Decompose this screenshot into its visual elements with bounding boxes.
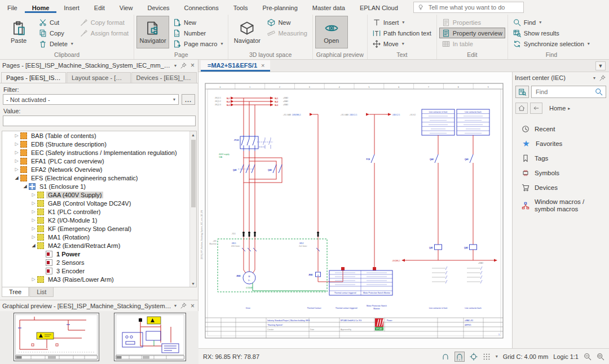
insert-center-find-input[interactable] (535, 88, 595, 96)
tree-item-page-1-power[interactable]: 1 Power (2, 250, 196, 258)
insert-center-button[interactable] (515, 86, 529, 98)
tree-item-s1[interactable]: ◢S1 (Enclosure 1) (2, 182, 196, 190)
tab-pages[interactable]: Pages - [EES]_ISP_Ma... (1, 72, 66, 83)
tab-tools[interactable]: Tools (226, 2, 255, 13)
tree-item-gab[interactable]: ▷GAB (Control Voltage DC24V) (2, 199, 196, 207)
tab-file[interactable]: File (0, 2, 25, 13)
tab-eplan-cloud[interactable]: EPLAN Cloud (352, 2, 405, 13)
close-tab-icon[interactable]: × (261, 62, 264, 69)
panel-menu-chevron-icon[interactable]: ▾ (174, 303, 176, 308)
insert-text-button[interactable]: Insert▾ (370, 17, 434, 28)
tab-master-data[interactable]: Master data (305, 2, 352, 13)
crosshair-icon[interactable] (470, 353, 478, 361)
tree-item-page-3-encoder[interactable]: 3 Encoder (2, 267, 196, 275)
number-button[interactable]: Number (170, 28, 226, 38)
tree-item-ma3[interactable]: ▷MA3 (Raise/Lower Arm) (2, 275, 196, 283)
cut-button[interactable]: Cut (36, 17, 76, 28)
page-macro-button[interactable]: Page macro▾ (170, 38, 226, 49)
home-button[interactable] (515, 103, 528, 114)
tree-item-kf[interactable]: ▷KF (Emergency Stop General) (2, 224, 196, 233)
tree-item-k1[interactable]: ▷K1 (PLC controller) (2, 207, 196, 216)
scroll-up-icon[interactable]: ▲ (191, 131, 195, 138)
measuring-button[interactable]: Measuring (264, 28, 310, 38)
tree-item-ma1[interactable]: ▷MA1 (Rotation) (2, 233, 196, 241)
move-button[interactable]: Move▾ (370, 38, 434, 49)
in-table-button[interactable]: In table (439, 38, 505, 49)
panel-menu-chevron-icon[interactable]: ▾ (593, 76, 595, 81)
back-button[interactable] (530, 103, 542, 114)
filter-more-button[interactable]: ... (182, 94, 195, 105)
tell-me-search-input[interactable] (427, 3, 520, 11)
tab-tree[interactable]: Tree (2, 287, 29, 297)
tab-pre-planning[interactable]: Pre-planning (255, 2, 304, 13)
tab-list[interactable]: List (29, 287, 54, 297)
insert-center-item-favorites[interactable]: ★ Favorites (513, 136, 609, 151)
filter-combobox[interactable]: - Not activated - ▾ (3, 94, 179, 105)
zoom-icon[interactable] (597, 353, 604, 361)
tree-item-edb[interactable]: ▷EDB (Structure description) (2, 140, 196, 148)
tree-item-k2[interactable]: ▷K2 (I/O-Module 1) (2, 216, 196, 224)
tree-item-bab[interactable]: ▷BAB (Table of contents) (2, 131, 196, 140)
3d-navigator-button[interactable]: Navigator (231, 16, 263, 48)
scrollbar-thumb[interactable] (191, 140, 196, 207)
tab-devices[interactable]: Devices (140, 2, 176, 13)
tab-view[interactable]: View (112, 2, 140, 13)
new-page-button[interactable]: New (170, 17, 226, 28)
pin-icon[interactable] (180, 303, 187, 309)
tab-connections[interactable]: Connections (177, 2, 226, 13)
tab-list-chevron-icon[interactable]: ▼ (595, 61, 606, 70)
open-preview-button[interactable]: Open (315, 16, 348, 48)
close-icon[interactable]: × (191, 61, 195, 69)
paste-button[interactable]: Paste (2, 16, 35, 48)
tree-item-efa1[interactable]: ▷EFA1 (PLC card overview) (2, 157, 196, 165)
insert-center-item-symbols[interactable]: Symbols (513, 166, 609, 180)
insert-center-item-macros[interactable]: Window macros / symbol macros (513, 195, 609, 216)
snap-icon[interactable] (442, 353, 449, 361)
preview-thumbnail-1[interactable] (14, 313, 99, 361)
synchronize-selection-button[interactable]: Synchronize selection▾ (510, 38, 593, 49)
tab-devices-panel[interactable]: Devices - [EES]_ISP_M... (131, 72, 197, 83)
search-icon[interactable] (595, 88, 603, 96)
grid-chevron-icon[interactable]: ▾ (496, 354, 498, 359)
tell-me-search[interactable] (413, 2, 524, 13)
object-snap-toggle[interactable] (454, 352, 465, 362)
tab-layout-space[interactable]: Layout space - [EES]_I... (67, 72, 131, 83)
insert-center-item-tags[interactable]: Tags (513, 151, 609, 166)
tab-home[interactable]: Home (25, 2, 57, 13)
panel-menu-chevron-icon[interactable]: ▾ (174, 63, 176, 68)
zoom-out-icon[interactable] (584, 353, 592, 361)
scroll-down-icon[interactable]: ▼ (191, 280, 195, 287)
tree-item-efs[interactable]: ◢EFS (Electrical engineering schematic) (2, 174, 196, 182)
tree-item-page-2-sensors[interactable]: 2 Sensors (2, 258, 196, 267)
tree-item-gaa[interactable]: ▷GAA (400V Supply) (2, 190, 196, 199)
close-icon[interactable]: × (191, 302, 195, 310)
show-results-button[interactable]: Show results (510, 28, 593, 38)
assign-format-button[interactable]: Assign format (77, 28, 131, 38)
tab-insert[interactable]: Insert (56, 2, 87, 13)
tree-item-eec[interactable]: ▷EEC (Safety instructions / Implementati… (2, 148, 196, 157)
insert-center-find[interactable] (531, 86, 606, 98)
grid-icon[interactable] (483, 353, 491, 361)
copy-button[interactable]: Copy (36, 28, 76, 38)
page-navigator-button[interactable]: Navigator (136, 16, 169, 48)
value-input[interactable] (3, 116, 196, 126)
find-button[interactable]: Find▾ (510, 17, 593, 28)
preview-thumbnail-2[interactable] (114, 313, 186, 361)
tree-item-ma2[interactable]: ◢MA2 (Extend/Retract Arm) (2, 241, 196, 250)
schematic-editor[interactable]: .fr{fill:#fff;stroke:#8a8a8a;stroke-widt… (198, 72, 512, 348)
properties-button[interactable]: Properties (439, 17, 505, 28)
insert-center-item-recent[interactable]: Recent (513, 122, 609, 136)
tab-edit[interactable]: Edit (87, 2, 112, 13)
new-3d-space-button[interactable]: New (264, 17, 310, 28)
path-function-text-button[interactable]: Path function text (370, 28, 434, 38)
tree-scrollbar[interactable]: ▲ ▼ (189, 131, 196, 287)
copy-format-button[interactable]: Copy format (77, 17, 131, 28)
document-tab[interactable]: =MA2+S1&EFS/1 × (201, 60, 270, 72)
pin-icon[interactable] (599, 75, 606, 81)
property-overview-button[interactable]: Property overview (439, 28, 505, 38)
insert-center-item-devices[interactable]: Devices (513, 180, 609, 195)
pin-icon[interactable] (180, 63, 187, 69)
delete-button[interactable]: Delete▾ (36, 38, 76, 49)
schematic-canvas[interactable]: .fr{fill:#fff;stroke:#8a8a8a;stroke-widt… (198, 72, 512, 348)
tree-item-efa2[interactable]: ▷EFA2 (Network Overview) (2, 165, 196, 174)
